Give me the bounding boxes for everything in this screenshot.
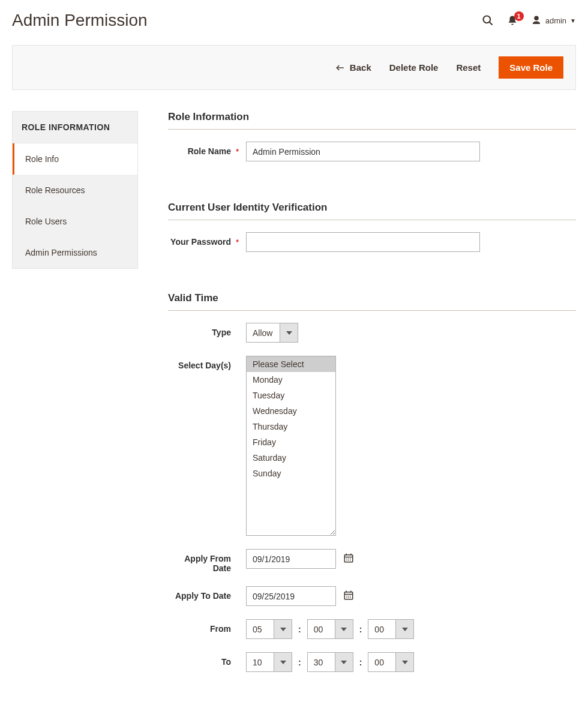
password-label: Your Password <box>168 232 246 252</box>
role-name-input[interactable] <box>246 142 480 161</box>
reset-button[interactable]: Reset <box>456 62 481 73</box>
section-title-valid-time: Valid Time <box>168 292 576 311</box>
svg-point-21 <box>348 597 349 598</box>
notification-badge: 1 <box>514 11 524 21</box>
to-hour-select[interactable]: 10 <box>246 652 292 672</box>
chevron-down-icon <box>274 653 292 671</box>
day-option[interactable]: Saturday <box>247 450 335 466</box>
day-option[interactable]: Thursday <box>247 419 335 434</box>
svg-point-0 <box>483 16 490 23</box>
to-minute-select[interactable]: 30 <box>307 652 353 672</box>
chevron-down-icon <box>280 323 298 342</box>
sidebar-item-admin-permissions[interactable]: Admin Permissions <box>13 237 137 268</box>
apply-from-date-label: Apply From Date <box>168 549 246 573</box>
calendar-icon[interactable] <box>343 590 354 602</box>
select-days-label: Select Day(s) <box>168 356 246 536</box>
day-option[interactable]: Wednesday <box>247 403 335 419</box>
svg-point-7 <box>346 559 347 560</box>
to-label: To <box>168 652 246 672</box>
section-title-verification: Current User Identity Verification <box>168 202 576 220</box>
svg-point-11 <box>348 560 349 561</box>
select-days-multiselect[interactable]: Please Select Monday Tuesday Wednesday T… <box>246 356 336 536</box>
role-name-label: Role Name <box>168 142 246 161</box>
apply-to-date-label: Apply To Date <box>168 586 246 606</box>
day-option[interactable]: Monday <box>247 372 335 388</box>
header-actions: 1 admin ▼ <box>482 14 576 26</box>
sidebar-item-role-info[interactable]: Role Info <box>13 143 137 175</box>
apply-to-date-input[interactable] <box>246 586 336 606</box>
from-second-select[interactable]: 00 <box>368 619 414 639</box>
sidebar-title: ROLE INFORMATION <box>13 112 137 143</box>
chevron-down-icon: ▼ <box>570 17 576 24</box>
svg-point-12 <box>350 560 351 561</box>
svg-point-18 <box>348 596 349 597</box>
day-option[interactable]: Tuesday <box>247 388 335 403</box>
notifications-icon[interactable]: 1 <box>507 15 518 26</box>
chevron-down-icon <box>395 620 413 638</box>
calendar-icon[interactable] <box>343 553 354 565</box>
username-label: admin <box>545 16 566 25</box>
to-second-select[interactable]: 00 <box>368 652 414 672</box>
svg-point-20 <box>346 597 347 598</box>
from-label: From <box>168 619 246 639</box>
chevron-down-icon <box>335 653 353 671</box>
day-option[interactable]: Please Select <box>247 356 335 372</box>
day-option[interactable]: Friday <box>247 434 335 450</box>
svg-point-22 <box>350 597 351 598</box>
chevron-down-icon <box>274 620 292 638</box>
type-label: Type <box>168 323 246 343</box>
svg-point-19 <box>350 596 351 597</box>
toolbar: Back Delete Role Reset Save Role <box>12 45 576 90</box>
save-role-button[interactable]: Save Role <box>499 56 563 79</box>
chevron-down-icon <box>395 653 413 671</box>
sidebar-item-role-users[interactable]: Role Users <box>13 206 137 237</box>
password-input[interactable] <box>246 232 480 252</box>
svg-point-10 <box>346 560 347 561</box>
sidebar-item-role-resources[interactable]: Role Resources <box>13 175 137 206</box>
apply-from-date-input[interactable] <box>246 549 336 569</box>
svg-point-9 <box>350 559 351 560</box>
back-button[interactable]: Back <box>335 62 371 73</box>
from-hour-select[interactable]: 05 <box>246 619 292 639</box>
main-content: Role Information Role Name Current User … <box>168 111 576 685</box>
svg-point-8 <box>348 559 349 560</box>
type-select[interactable]: Allow <box>246 323 298 343</box>
svg-line-1 <box>489 22 492 25</box>
svg-point-17 <box>346 596 347 597</box>
search-icon[interactable] <box>482 14 494 26</box>
from-minute-select[interactable]: 00 <box>307 619 353 639</box>
day-option[interactable]: Sunday <box>247 466 335 481</box>
chevron-down-icon <box>335 620 353 638</box>
sidebar: ROLE INFORMATION Role Info Role Resource… <box>12 111 138 269</box>
user-menu[interactable]: admin ▼ <box>531 15 576 26</box>
delete-role-button[interactable]: Delete Role <box>389 62 439 73</box>
page-title: Admin Permission <box>12 11 148 30</box>
section-title-role-info: Role Information <box>168 111 576 130</box>
